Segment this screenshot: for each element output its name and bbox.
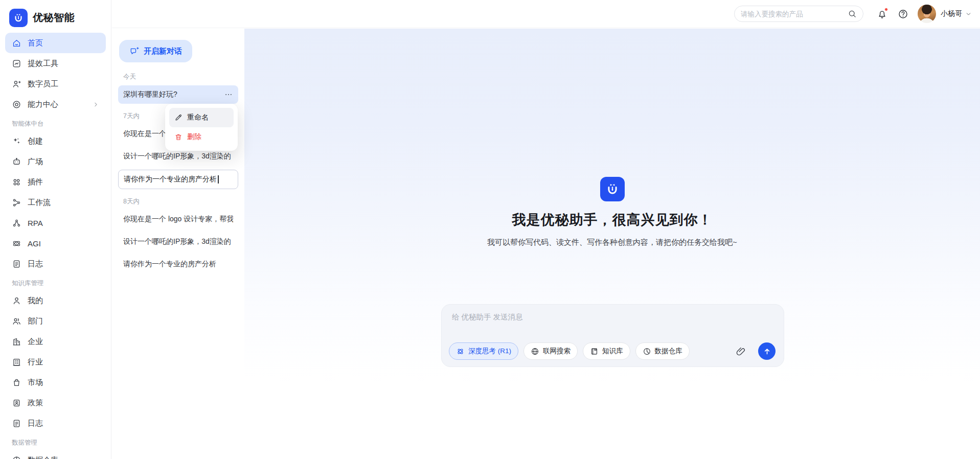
notification-dot: [884, 8, 888, 11]
sidebar-item-data-warehouse[interactable]: 数据仓库: [5, 450, 106, 459]
rename-menu-item[interactable]: 重命名: [169, 108, 234, 127]
data-warehouse-icon: [643, 347, 651, 356]
delete-menu-item[interactable]: 删除: [169, 127, 234, 147]
sidebar-item-digital-staff[interactable]: 数字员工: [5, 74, 106, 94]
chevron-right-icon: [93, 101, 99, 108]
sidebar-item-rpa[interactable]: RPA: [5, 213, 106, 233]
conversation-item[interactable]: 请你作为一个专业的房产分析: [118, 255, 238, 273]
greeting-title: 我是优秘助手，很高兴见到你！: [512, 211, 713, 229]
brand-name: 优秘智能: [33, 11, 75, 25]
tool-label: 数据仓库: [655, 347, 682, 356]
sidebar-item-label: 插件: [28, 177, 43, 187]
paperclip-icon[interactable]: [736, 346, 746, 357]
conversation-title: 设计一个哪吒的IP形象，3d渲染的: [123, 152, 231, 161]
delete-label: 删除: [187, 132, 201, 142]
send-button[interactable]: [758, 342, 776, 360]
history-group-today: 今天: [118, 73, 238, 81]
sidebar-section-knowledge: 知识库管理: [5, 274, 106, 290]
message-composer[interactable]: 给 优秘助手 发送消息 深度思考 (R1) 联网搜索 知识库 数据仓库: [441, 304, 784, 367]
sidebar-item-label: 我的: [28, 296, 43, 306]
sidebar-item-home[interactable]: 首页: [5, 33, 106, 53]
tool-label: 深度思考 (R1): [468, 347, 511, 356]
sidebar-item-workflow[interactable]: 工作流: [5, 192, 106, 213]
sidebar-nav: 首页 提效工具 数字员工 能力中心 智能体中台 创建 广场: [0, 29, 111, 459]
conversation-item[interactable]: 设计一个哪吒的IP形象，3d渲染的: [118, 233, 238, 251]
knowledge-base-toggle[interactable]: 知识库: [583, 342, 630, 360]
sidebar-item-tools[interactable]: 提效工具: [5, 53, 106, 74]
search-icon[interactable]: [848, 9, 857, 18]
assistant-logo-icon: [600, 177, 625, 201]
username[interactable]: 小杨哥: [941, 9, 962, 18]
create-sparkles-icon: [12, 136, 21, 146]
product-search[interactable]: [734, 6, 863, 22]
sidebar-item-log2[interactable]: 日志: [5, 413, 106, 433]
rpa-icon: [12, 218, 21, 228]
chevron-down-icon[interactable]: [965, 11, 972, 17]
new-chat-icon: [129, 47, 139, 56]
trash-icon: [174, 133, 183, 141]
sidebar-item-label: 日志: [28, 259, 43, 269]
more-options-icon[interactable]: [224, 90, 233, 99]
sidebar-item-mine[interactable]: 我的: [5, 290, 106, 311]
sidebar-item-log[interactable]: 日志: [5, 254, 106, 274]
sidebar-item-create[interactable]: 创建: [5, 131, 106, 151]
rename-input[interactable]: 请你作为一个专业的房产分析: [118, 170, 238, 189]
new-chat-button[interactable]: 开启新对话: [119, 40, 192, 62]
team-icon: [12, 316, 21, 326]
sidebar-item-label: AGI: [28, 239, 41, 248]
sidebar-item-agi[interactable]: AGI: [5, 233, 106, 254]
conversation-title: 你现在是一个: [123, 129, 166, 139]
agi-icon: [12, 239, 21, 248]
deep-think-icon: [456, 347, 465, 356]
conversation-panel: 开启新对话 今天 深圳有哪里好玩? 7天内 你现在是一个 设计一个哪吒的IP形象…: [112, 29, 244, 459]
conversation-item[interactable]: 你现在是一个 logo 设计专家，帮我: [118, 210, 238, 228]
digital-staff-icon: [12, 79, 21, 89]
topbar: 小杨哥: [112, 0, 980, 28]
sidebar-item-capability-center[interactable]: 能力中心: [5, 94, 106, 114]
sidebar-item-plaza[interactable]: 广场: [5, 151, 106, 172]
sidebar-item-label: 工作流: [28, 198, 51, 208]
help-button[interactable]: [898, 9, 908, 19]
sidebar-item-label: 广场: [28, 157, 43, 167]
send-arrow-icon: [763, 347, 771, 356]
deep-think-toggle[interactable]: 深度思考 (R1): [449, 342, 518, 360]
sidebar-item-policy[interactable]: 政策: [5, 393, 106, 413]
knowledge-base-icon: [590, 347, 599, 356]
policy-icon: [12, 398, 21, 408]
sidebar-item-label: 数据仓库: [28, 455, 58, 459]
rename-label: 重命名: [187, 113, 209, 122]
notifications-button[interactable]: [877, 9, 887, 19]
help-icon: [898, 9, 908, 19]
search-input[interactable]: [741, 10, 848, 18]
sidebar-item-market[interactable]: 市场: [5, 372, 106, 393]
web-search-toggle[interactable]: 联网搜索: [523, 342, 578, 360]
sidebar-item-enterprise[interactable]: 企业: [5, 331, 106, 352]
sidebar-section-agent: 智能体中台: [5, 114, 106, 131]
chat-main-area: 我是优秘助手，很高兴见到你！ 我可以帮你写代码、读文件、写作各种创意内容，请把你…: [244, 29, 980, 459]
app-root: 优秘智能 首页 提效工具 数字员工 能力中心 智能体中台: [0, 0, 980, 459]
tool-label: 联网搜索: [543, 347, 571, 356]
sidebar-item-label: 能力中心: [28, 100, 58, 109]
data-warehouse-toggle[interactable]: 数据仓库: [635, 342, 690, 360]
sidebar-item-industry[interactable]: 行业: [5, 352, 106, 372]
history-group-8days: 8天内: [118, 197, 238, 206]
log-icon: [12, 259, 21, 269]
conversation-item[interactable]: 深圳有哪里好玩?: [118, 85, 238, 104]
avatar[interactable]: [918, 5, 936, 23]
tools-icon: [12, 59, 21, 68]
sidebar-item-label: 市场: [28, 378, 43, 387]
sidebar-item-label: 提效工具: [28, 59, 58, 68]
robot-icon: [12, 157, 21, 167]
welcome-block: 我是优秘助手，很高兴见到你！ 我可以帮你写代码、读文件、写作各种创意内容，请把你…: [244, 177, 980, 247]
data-warehouse-icon: [12, 455, 21, 459]
composer-placeholder: 给 优秘助手 发送消息: [452, 312, 523, 322]
plugin-icon: [12, 177, 21, 187]
conversation-title: 你现在是一个 logo 设计专家，帮我: [123, 215, 233, 224]
sidebar-item-label: 创建: [28, 136, 43, 146]
greeting-subtitle: 我可以帮你写代码、读文件、写作各种创意内容，请把你的任务交给我吧~: [487, 238, 737, 247]
home-icon: [12, 38, 21, 48]
person-icon: [12, 296, 21, 306]
sidebar-item-department[interactable]: 部门: [5, 311, 106, 331]
sidebar-item-plugins[interactable]: 插件: [5, 172, 106, 192]
sidebar-item-label: 部门: [28, 316, 43, 326]
